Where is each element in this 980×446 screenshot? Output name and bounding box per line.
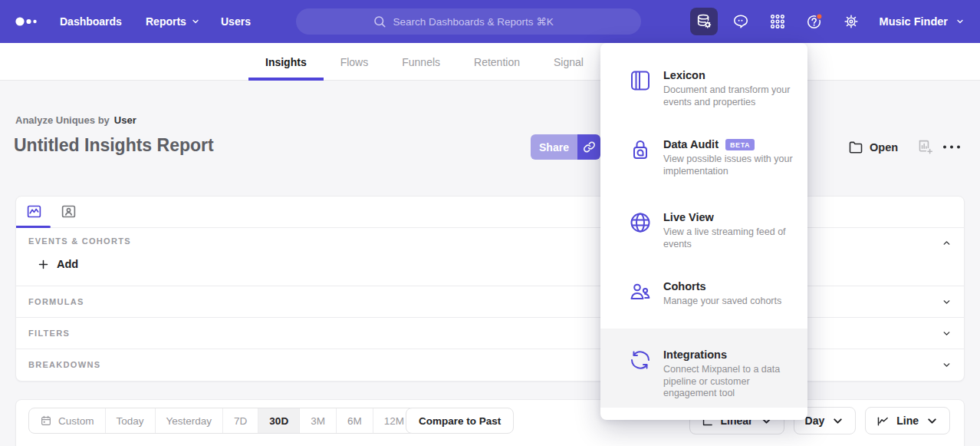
range-label: Today <box>117 415 144 427</box>
chevron-down-icon <box>831 415 844 428</box>
live-view-globe-icon <box>629 211 652 234</box>
tab-funnels[interactable]: Funnels <box>385 43 457 81</box>
menu-item-title: Data Audit BETA <box>663 138 803 150</box>
date-range-toolbar: Custom Today Yesterday 7D 30D 3M 6M 12M … <box>15 399 965 446</box>
open-label: Open <box>870 141 898 154</box>
chart-type-label: Line <box>896 415 919 427</box>
compare-to-past-button[interactable]: Compare to Past <box>406 408 514 434</box>
breakdowns-section[interactable]: BREAKDOWNS <box>16 349 964 381</box>
tab-label: Insights <box>265 56 307 68</box>
link-icon <box>583 140 596 154</box>
range-label: 30D <box>269 415 288 427</box>
filters-header: FILTERS <box>28 329 70 338</box>
data-management-dropdown-menu: Lexicon Document and transform your even… <box>600 43 807 420</box>
builder-view-tabs <box>16 197 964 228</box>
data-audit-lock-icon <box>629 138 652 161</box>
page-title[interactable]: Untitled Insights Report <box>14 135 214 156</box>
chevron-down-icon <box>191 17 200 26</box>
tab-label: Signal <box>554 56 584 68</box>
menu-item-cohorts[interactable]: Cohorts Manage your saved cohorts <box>600 277 807 325</box>
events-cohorts-header: EVENTS & COHORTS <box>28 236 131 246</box>
chevron-down-icon[interactable] <box>942 329 952 339</box>
save-chart-icon[interactable] <box>917 139 933 155</box>
cohorts-people-icon <box>629 280 652 303</box>
top-navigation-bar: Dashboards Reports Users <box>0 0 980 43</box>
menu-item-live-view[interactable]: Live View View a live streaming feed of … <box>600 208 807 277</box>
messages-icon[interactable] <box>727 8 755 35</box>
range-7d[interactable]: 7D <box>223 408 258 433</box>
chevron-down-icon <box>955 17 965 26</box>
add-event-button[interactable]: Add <box>38 258 78 270</box>
chart-type-dropdown[interactable]: Line <box>865 407 950 434</box>
tab-label: Funnels <box>402 56 440 68</box>
tab-label: Retention <box>474 56 520 68</box>
more-options-icon[interactable] <box>942 140 962 154</box>
notification-dot <box>817 14 822 19</box>
chevron-down-icon <box>926 415 939 428</box>
menu-item-title-text: Data Audit <box>663 138 719 150</box>
filters-section[interactable]: FILTERS <box>16 318 964 349</box>
report-subtitle: Analyze Uniques byUser <box>15 114 136 126</box>
menu-item-description: Connect Mixpanel to a data pipeline or c… <box>663 364 803 400</box>
formulas-section[interactable]: FORMULAS <box>16 286 964 318</box>
menu-item-description: View possible issues with your implement… <box>663 154 803 177</box>
menu-item-title: Cohorts <box>663 280 803 292</box>
report-tab-bar: Insights Flows Funnels Retention Signal … <box>0 43 980 81</box>
mixpanel-logo-icon[interactable] <box>15 16 43 27</box>
nav-link-dashboards[interactable]: Dashboards <box>60 0 122 43</box>
tab-insights[interactable]: Insights <box>248 43 324 81</box>
menu-item-lexicon[interactable]: Lexicon Document and transform your even… <box>600 66 807 137</box>
users-view-tab-person-icon[interactable] <box>61 203 77 220</box>
events-view-tab-chart-icon[interactable] <box>26 203 42 220</box>
menu-item-data-audit[interactable]: Data Audit BETA View possible issues wit… <box>600 135 807 208</box>
chevron-up-icon[interactable] <box>942 238 952 248</box>
menu-item-description: Document and transform your events and p… <box>663 84 803 108</box>
range-label: 7D <box>234 415 247 427</box>
data-management-icon[interactable] <box>690 8 718 35</box>
help-icon[interactable] <box>801 8 828 35</box>
menu-item-title: Live View <box>663 211 803 223</box>
add-label: Add <box>57 258 78 270</box>
share-button-group: Share <box>531 134 600 160</box>
plus-icon <box>38 259 49 270</box>
apps-grid-icon[interactable] <box>764 8 791 35</box>
tab-label: Flows <box>340 56 369 68</box>
menu-item-integrations[interactable]: Integrations Connect Mixpanel to a data … <box>600 329 807 408</box>
integrations-sync-icon <box>629 349 652 372</box>
chevron-down-icon[interactable] <box>942 360 952 370</box>
search-icon <box>373 15 386 28</box>
range-today[interactable]: Today <box>106 408 156 433</box>
formulas-header: FORMULAS <box>28 297 84 306</box>
project-switcher[interactable]: Music Finder <box>880 0 965 43</box>
range-label: Yesterday <box>166 415 212 427</box>
nav-link-users[interactable]: Users <box>221 0 251 43</box>
settings-icon[interactable] <box>837 8 865 35</box>
tab-signal[interactable]: Signal <box>537 43 600 81</box>
search-input[interactable] <box>393 16 565 28</box>
events-cohorts-section: EVENTS & COHORTS Add <box>16 228 964 286</box>
global-search-input[interactable] <box>296 8 641 35</box>
range-label: Custom <box>58 415 94 427</box>
share-button[interactable]: Share <box>531 134 577 160</box>
open-report-button[interactable]: Open <box>848 134 898 160</box>
menu-item-title: Integrations <box>663 349 803 361</box>
subtitle-value[interactable]: User <box>114 114 136 126</box>
copy-link-button[interactable] <box>577 134 600 160</box>
range-6m[interactable]: 6M <box>337 408 373 433</box>
range-label: 6M <box>347 415 362 427</box>
range-custom[interactable]: Custom <box>29 408 106 433</box>
chevron-down-icon[interactable] <box>942 297 952 307</box>
nav-link-label: Dashboards <box>60 15 122 28</box>
breakdowns-header: BREAKDOWNS <box>28 360 100 369</box>
range-30d[interactable]: 30D <box>258 408 300 433</box>
range-yesterday[interactable]: Yesterday <box>156 408 224 433</box>
tab-retention[interactable]: Retention <box>457 43 537 81</box>
line-chart-icon <box>876 415 890 428</box>
range-3m[interactable]: 3M <box>300 408 337 433</box>
menu-item-title: Lexicon <box>663 69 803 81</box>
nav-link-label: Reports <box>146 15 186 28</box>
folder-icon <box>848 140 863 155</box>
nav-link-label: Users <box>221 15 251 28</box>
nav-link-reports[interactable]: Reports <box>146 0 200 43</box>
tab-flows[interactable]: Flows <box>324 43 386 81</box>
